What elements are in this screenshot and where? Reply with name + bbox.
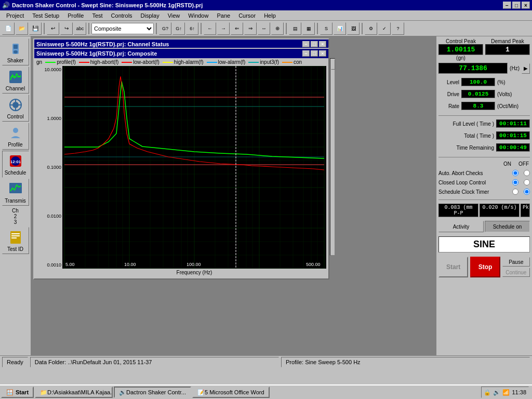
abc-btn[interactable]: abc — [74, 22, 86, 35]
nav5-btn[interactable]: ↔ — [258, 22, 270, 35]
menu-profile[interactable]: Profile — [63, 11, 88, 20]
continue-button[interactable]: Continue — [502, 268, 530, 277]
schedule-on-tab[interactable]: Schedule on — [485, 221, 530, 232]
menu-help[interactable]: Help — [260, 11, 280, 20]
close-button[interactable]: × — [522, 2, 530, 9]
sidebar-transmis[interactable]: Transmis — [2, 179, 29, 206]
title-bar-right[interactable]: − □ × — [503, 2, 530, 9]
redo-btn[interactable]: ↪ — [60, 22, 73, 35]
new-btn[interactable]: 📄 — [2, 22, 15, 35]
nav6-btn[interactable]: ⊕ — [271, 22, 284, 35]
sidebar-shaker[interactable]: Shaker — [2, 38, 29, 65]
chart-btn[interactable]: 📊 — [334, 22, 346, 35]
nav1-btn[interactable]: ← — [204, 22, 216, 35]
nav4-btn[interactable]: ⇒ — [244, 22, 257, 35]
legend-high-abort-color — [79, 62, 89, 63]
menu-display[interactable]: Display — [137, 11, 164, 20]
legend-con: con — [282, 59, 302, 65]
start-button[interactable]: Start — [438, 257, 468, 277]
off-label: OFF — [518, 161, 529, 167]
time-remaining-value: 00:00:49 — [496, 143, 530, 152]
chart-minimize[interactable]: − — [302, 50, 310, 57]
legend-low-abort-text: low-abort(f) — [133, 59, 159, 65]
ch-status-close[interactable]: × — [319, 41, 326, 47]
save-btn[interactable]: 💾 — [29, 22, 42, 35]
menu-test[interactable]: Test — [88, 11, 107, 20]
legend-low-alarm-text: low-alarm(f) — [218, 59, 246, 65]
sep3 — [156, 23, 157, 34]
settings-btn[interactable]: ⚙ — [365, 22, 377, 35]
schedule-clock-off-radio[interactable] — [524, 189, 530, 195]
closed-loop-on-radio[interactable] — [512, 179, 518, 185]
scrollbar[interactable] — [330, 58, 335, 256]
y-label-3: 0.0100 — [36, 214, 62, 219]
start-label: Start — [16, 389, 29, 395]
menu-cursor[interactable]: Cursor — [234, 11, 260, 20]
maximize-button[interactable]: □ — [512, 2, 521, 9]
auto-abort-on-radio[interactable] — [512, 170, 518, 176]
testid-icon — [8, 230, 23, 245]
legend-low-alarm-color — [207, 62, 217, 63]
open-btn[interactable]: 📂 — [16, 22, 28, 35]
display-combo[interactable]: Composite — [91, 23, 154, 34]
menu-bar: Project Test Setup Profile Test Controls… — [0, 10, 532, 21]
nav2-btn[interactable]: → — [217, 22, 230, 35]
level-row: Level 100.0 (%) — [438, 78, 530, 86]
closed-loop-radios[interactable] — [512, 179, 530, 185]
menu-view[interactable]: View — [164, 11, 184, 20]
btn-gt[interactable]: G↑ — [172, 22, 185, 35]
channel-status-btns[interactable]: − □ × — [302, 41, 326, 47]
stop-button[interactable]: Stop — [470, 257, 500, 277]
taskbar-item-0[interactable]: 📁 D:\Asiakkaat\MILA Kajaa... — [35, 387, 113, 398]
legend-profile-text: profile(f) — [57, 59, 76, 65]
grid2-btn[interactable]: ▦ — [302, 22, 315, 35]
schedule-clock-radios[interactable] — [512, 189, 530, 195]
grid1-btn[interactable]: ▤ — [289, 22, 301, 35]
sys-tray[interactable]: 🔒 🔊 📶 11:38 — [481, 387, 529, 398]
check-btn[interactable]: ✓ — [378, 22, 391, 35]
chart-maximize[interactable]: □ — [311, 50, 318, 57]
sidebar-testid[interactable]: Test ID — [2, 227, 29, 254]
channel-status-title-text: Sinisweep 5-500Hz 1g(RSTD).prj: Channel … — [36, 41, 169, 47]
sidebar-control[interactable]: Control — [2, 95, 29, 122]
save2-btn[interactable]: S — [320, 22, 332, 35]
taskbar-item-2[interactable]: 📝 5 Microsoft Office Word — [192, 387, 270, 398]
schedule-clock-on-radio[interactable] — [512, 189, 518, 195]
scroll-thumb[interactable] — [331, 59, 335, 70]
chart-close[interactable]: × — [319, 50, 326, 57]
svg-rect-1 — [14, 45, 18, 49]
sep2 — [88, 23, 89, 34]
undo-btn[interactable]: ↩ — [47, 22, 59, 35]
menu-pane[interactable]: Pane — [212, 11, 234, 20]
menu-project[interactable]: Project — [2, 11, 28, 20]
activity-tab[interactable]: Activity — [438, 221, 484, 232]
help-btn[interactable]: ? — [392, 22, 404, 35]
img-btn[interactable]: 🖼 — [347, 22, 360, 35]
menu-controls[interactable]: Controls — [107, 11, 137, 20]
sidebar-channel[interactable]: Channel — [2, 66, 29, 94]
sidebar-profile[interactable]: Profile — [2, 123, 29, 150]
transmis-icon — [8, 181, 23, 197]
control-buttons: Start Stop Pause Continue — [438, 257, 530, 277]
sidebar-schedule[interactable]: 12:01 Schedule — [2, 151, 29, 178]
auto-abort-radios[interactable] — [512, 170, 530, 176]
chart-legend: gn profile(f) high-abort(f) low-abort(f)… — [34, 58, 328, 66]
hz-arrow[interactable]: ▶ — [522, 63, 530, 74]
closed-loop-off-radio[interactable] — [524, 179, 530, 185]
menu-window[interactable]: Window — [184, 11, 212, 20]
chart-win-btns[interactable]: − □ × — [302, 50, 326, 57]
hz-unit: (Hz) — [510, 65, 520, 71]
ch-status-maximize[interactable]: □ — [311, 41, 318, 47]
legend-high-alarm-color — [163, 62, 173, 63]
btn-6[interactable]: 6↑ — [186, 22, 198, 35]
ch-status-minimize[interactable]: − — [302, 41, 310, 47]
menu-test-setup[interactable]: Test Setup — [28, 11, 63, 20]
nav3-btn[interactable]: ⇐ — [231, 22, 243, 35]
btn-g[interactable]: G? — [159, 22, 171, 35]
pause-button[interactable]: Pause — [502, 257, 530, 267]
start-menu-button[interactable]: 🪟 Start — [1, 387, 34, 398]
taskbar-item-1[interactable]: 🔊 Dactron Shaker Contr... — [114, 387, 191, 398]
channel-label: Channel — [6, 86, 25, 91]
minimize-button[interactable]: − — [503, 2, 511, 9]
auto-abort-off-radio[interactable] — [524, 170, 530, 176]
